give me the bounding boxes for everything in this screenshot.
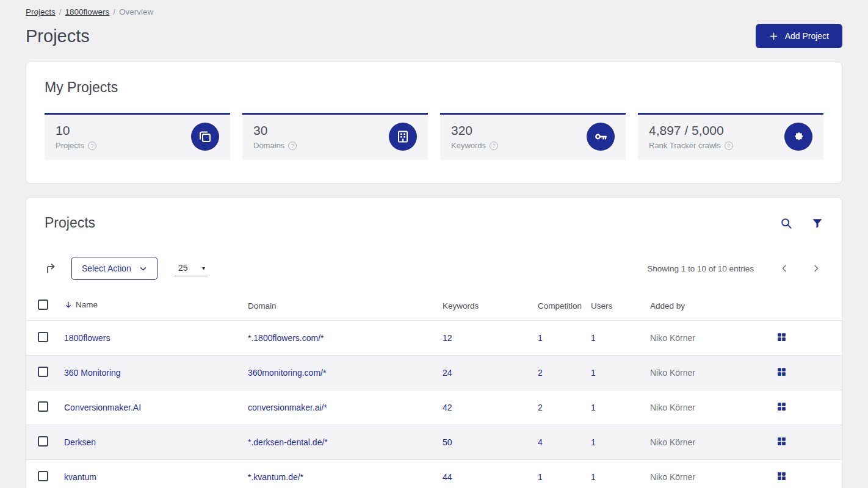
added-by: Niko Körner bbox=[650, 356, 773, 390]
page-size-select[interactable]: 25 ▾ bbox=[175, 260, 208, 276]
breadcrumb-separator: / bbox=[59, 7, 62, 16]
dashboard-grid-icon[interactable] bbox=[776, 436, 787, 447]
page-title: Projects bbox=[26, 26, 90, 46]
column-header-name[interactable]: Name bbox=[64, 300, 98, 309]
table-row: 1800flowers *.1800flowers.com/* 12 1 1 N… bbox=[26, 321, 842, 356]
breadcrumb-separator: / bbox=[113, 7, 115, 16]
rank-tracker-icon bbox=[784, 123, 812, 151]
row-checkbox[interactable] bbox=[38, 471, 48, 481]
added-by: Niko Körner bbox=[650, 425, 773, 460]
stat-card: 320 Keywords ? bbox=[440, 113, 626, 160]
table-row: kvantum *.kvantum.de/* 44 1 1 Niko Körne… bbox=[26, 460, 842, 488]
chevron-right-icon[interactable] bbox=[811, 264, 821, 273]
add-project-button[interactable]: Add Project bbox=[756, 24, 842, 48]
row-checkbox[interactable] bbox=[38, 332, 48, 342]
project-domain-link[interactable]: *.1800flowers.com/* bbox=[248, 333, 324, 343]
users-count-link[interactable]: 1 bbox=[591, 403, 596, 412]
showing-entries-text: Showing 1 to 10 of 10 entries bbox=[647, 264, 754, 273]
search-icon[interactable] bbox=[779, 217, 793, 230]
select-caret-icon: ▾ bbox=[202, 265, 205, 271]
chevron-down-icon bbox=[139, 265, 147, 273]
added-by: Niko Körner bbox=[650, 321, 773, 356]
my-projects-title: My Projects bbox=[45, 79, 823, 96]
stat-value: 320 bbox=[451, 123, 498, 138]
users-count-link[interactable]: 1 bbox=[591, 368, 596, 378]
keywords-count-link[interactable]: 24 bbox=[443, 368, 452, 378]
breadcrumb: Projects/1800flowers/Overview bbox=[26, 7, 842, 16]
breadcrumb-projects[interactable]: Projects bbox=[26, 7, 56, 16]
project-domain-link[interactable]: *.derksen-dental.de/* bbox=[248, 437, 328, 447]
page: Projects/1800flowers/Overview Projects A… bbox=[0, 0, 868, 488]
stat-card: 4,897 / 5,000 Rank Tracker crawls ? bbox=[638, 113, 823, 160]
column-label-name: Name bbox=[76, 300, 98, 309]
users-count-link[interactable]: 1 bbox=[591, 437, 596, 447]
column-header-keywords: Keywords bbox=[443, 293, 538, 321]
keywords-count-link[interactable]: 12 bbox=[443, 333, 452, 343]
stat-value: 10 bbox=[56, 123, 96, 138]
dashboard-grid-icon[interactable] bbox=[776, 332, 787, 342]
stat-card: 10 Projects ? bbox=[45, 113, 230, 160]
help-icon[interactable]: ? bbox=[725, 142, 733, 150]
competition-count-link[interactable]: 4 bbox=[538, 437, 543, 447]
projects-card: Projects Select Action 25 bbox=[26, 197, 842, 488]
competition-count-link[interactable]: 2 bbox=[538, 368, 543, 378]
column-header-domain: Domain bbox=[248, 293, 443, 321]
pagination bbox=[779, 264, 821, 273]
table-header-row: Name Domain Keywords Competition Users A… bbox=[26, 293, 842, 321]
stat-label: Keywords bbox=[451, 141, 486, 150]
projects-card-header: Projects bbox=[26, 215, 842, 231]
chevron-left-icon[interactable] bbox=[779, 264, 789, 273]
competition-count-link[interactable]: 1 bbox=[538, 472, 543, 482]
stat-value: 30 bbox=[253, 123, 297, 138]
row-checkbox[interactable] bbox=[38, 401, 48, 412]
project-name-link[interactable]: Conversionmaker.AI bbox=[64, 403, 141, 412]
keywords-count-link[interactable]: 44 bbox=[443, 472, 452, 482]
row-checkbox[interactable] bbox=[38, 436, 48, 447]
table-body: 1800flowers *.1800flowers.com/* 12 1 1 N… bbox=[26, 321, 842, 488]
project-name-link[interactable]: 1800flowers bbox=[64, 333, 110, 343]
project-domain-link[interactable]: conversionmaker.ai/* bbox=[248, 403, 327, 412]
competition-count-link[interactable]: 1 bbox=[538, 333, 543, 343]
breadcrumb-project[interactable]: 1800flowers bbox=[65, 7, 110, 16]
project-name-link[interactable]: Derksen bbox=[64, 437, 96, 447]
keywords-count-link[interactable]: 50 bbox=[443, 437, 452, 447]
select-all-checkbox[interactable] bbox=[38, 300, 48, 310]
project-domain-link[interactable]: 360monitoring.com/* bbox=[248, 368, 326, 378]
help-icon[interactable]: ? bbox=[288, 142, 297, 150]
add-project-label: Add Project bbox=[785, 31, 829, 41]
dashboard-grid-icon[interactable] bbox=[776, 471, 787, 481]
select-action-label: Select Action bbox=[82, 264, 131, 273]
project-name-link[interactable]: kvantum bbox=[64, 472, 96, 482]
projects-card-title: Projects bbox=[45, 215, 95, 231]
table-toolbar: Select Action 25 ▾ Showing 1 to 10 of 10… bbox=[26, 257, 842, 280]
select-action-dropdown[interactable]: Select Action bbox=[71, 257, 157, 280]
column-header-actions bbox=[773, 293, 842, 321]
stat-label: Rank Tracker crawls bbox=[649, 141, 721, 150]
project-name-link[interactable]: 360 Monitoring bbox=[64, 368, 121, 378]
help-icon[interactable]: ? bbox=[490, 142, 498, 150]
page-size-value: 25 bbox=[178, 263, 188, 273]
column-header-users: Users bbox=[591, 293, 650, 321]
row-checkbox[interactable] bbox=[38, 367, 48, 377]
sort-descending-icon bbox=[64, 301, 73, 309]
table-row: 360 Monitoring 360monitoring.com/* 24 2 … bbox=[26, 356, 842, 390]
dashboard-grid-icon[interactable] bbox=[776, 401, 787, 412]
plus-icon bbox=[769, 32, 778, 41]
project-domain-link[interactable]: *.kvantum.de/* bbox=[248, 472, 303, 482]
users-count-link[interactable]: 1 bbox=[591, 333, 596, 343]
competition-count-link[interactable]: 2 bbox=[538, 403, 543, 412]
projects-card-actions bbox=[779, 217, 823, 230]
stat-text: 320 Keywords ? bbox=[451, 123, 498, 150]
export-icon[interactable] bbox=[45, 262, 58, 275]
dashboard-grid-icon[interactable] bbox=[776, 367, 787, 377]
projects-table: Name Domain Keywords Competition Users A… bbox=[26, 293, 842, 488]
keywords-count-link[interactable]: 42 bbox=[443, 403, 452, 412]
users-count-link[interactable]: 1 bbox=[591, 472, 596, 482]
stat-text: 30 Domains ? bbox=[253, 123, 297, 150]
help-icon[interactable]: ? bbox=[88, 142, 96, 150]
keywords-icon bbox=[587, 123, 615, 151]
filter-icon[interactable] bbox=[811, 217, 823, 229]
table-row: Derksen *.derksen-dental.de/* 50 4 1 Nik… bbox=[26, 425, 842, 460]
stat-text: 10 Projects ? bbox=[56, 123, 96, 150]
column-header-added-by: Added by bbox=[650, 293, 773, 321]
